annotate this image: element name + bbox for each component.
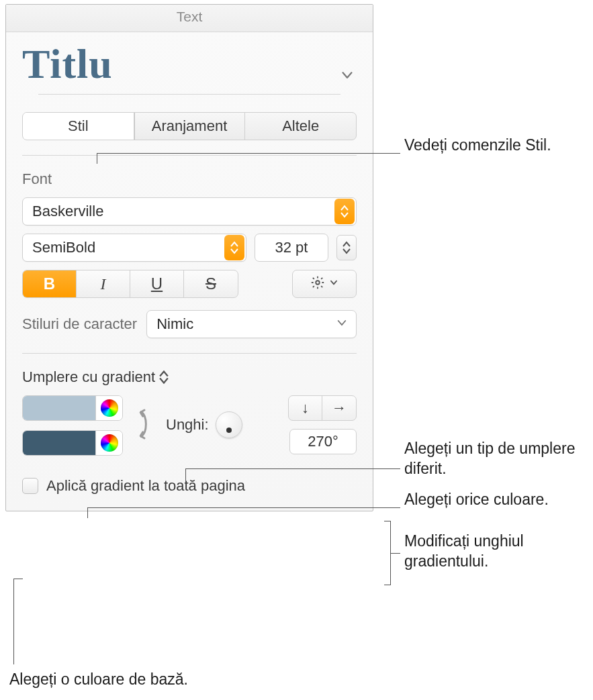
- callout-base-color: Alegeți o culoare de bază.: [9, 670, 188, 690]
- strikethrough-button[interactable]: S: [184, 270, 238, 297]
- angle-field[interactable]: 270°: [289, 429, 357, 454]
- callout-angle-a: Modificați unghiul: [404, 532, 524, 552]
- font-weight-value: SemiBold: [32, 239, 224, 256]
- font-size-field[interactable]: 32 pt: [255, 234, 328, 262]
- callout-angle-b: gradientului.: [404, 552, 488, 572]
- paragraph-style-name: Titlu: [22, 43, 113, 85]
- font-family-value: Baskerville: [32, 203, 334, 220]
- tab-altele-label: Altele: [282, 117, 319, 135]
- tab-stil[interactable]: Stil: [23, 113, 134, 140]
- gradient-color-1[interactable]: [22, 395, 123, 421]
- direction-down-button[interactable]: ↓: [289, 396, 322, 420]
- italic-button[interactable]: I: [77, 270, 130, 297]
- color-wheel-icon: [101, 399, 118, 417]
- chevron-down-icon: [329, 315, 355, 333]
- callout-any-color: Alegeți orice culoare.: [404, 490, 549, 510]
- divider: [38, 94, 340, 95]
- select-stepper-icon: [334, 199, 355, 224]
- font-section-label: Font: [22, 170, 357, 188]
- advanced-options-button[interactable]: [292, 270, 357, 298]
- character-styles-value: Nimic: [156, 315, 329, 333]
- tab-altele[interactable]: Altele: [245, 113, 356, 140]
- arrow-right-icon: →: [332, 399, 347, 417]
- font-size-value: 32 pt: [275, 239, 308, 256]
- angle-dial[interactable]: [216, 411, 242, 438]
- gradient-color-2[interactable]: [22, 430, 123, 456]
- panel-title: Text: [6, 5, 373, 32]
- font-size-stepper[interactable]: [336, 235, 357, 260]
- direction-right-button[interactable]: →: [322, 396, 356, 420]
- select-stepper-icon: [224, 235, 244, 260]
- character-styles-select[interactable]: Nimic: [146, 310, 357, 338]
- tab-aranjament-label: Aranjament: [152, 117, 228, 135]
- gradient-swatch-2: [23, 431, 95, 455]
- gradient-direction-segment: ↓ →: [288, 395, 357, 421]
- font-style-segment: B I U S: [22, 270, 238, 298]
- angle-value: 270°: [308, 433, 338, 450]
- tabs: Stil Aranjament Altele: [22, 112, 357, 140]
- text-inspector-panel: Text Titlu Stil Aranjament Altele Font B…: [5, 4, 373, 511]
- callout-fill-type-a: Alegeți un tip de umplere diferit.: [404, 439, 593, 479]
- callout-stil: Vedeți comenzile Stil.: [404, 136, 551, 156]
- bold-button[interactable]: B: [23, 270, 77, 297]
- gear-icon: [310, 275, 325, 293]
- font-family-select[interactable]: Baskerville: [22, 197, 357, 226]
- chevron-down-icon: [329, 278, 338, 290]
- arrow-down-icon: ↓: [302, 399, 309, 417]
- swap-colors-button[interactable]: [135, 408, 154, 443]
- paragraph-style-chevron-icon[interactable]: [338, 66, 357, 85]
- color-picker-button-2[interactable]: [95, 431, 122, 455]
- color-picker-button-1[interactable]: [95, 396, 122, 420]
- underline-button[interactable]: U: [130, 270, 184, 297]
- tab-aranjament[interactable]: Aranjament: [134, 113, 246, 140]
- apply-gradient-label: Aplică gradient la toată pagina: [46, 477, 245, 495]
- font-weight-select[interactable]: SemiBold: [22, 234, 246, 262]
- apply-gradient-checkbox[interactable]: [22, 478, 38, 494]
- color-wheel-icon: [101, 434, 118, 452]
- character-styles-label: Stiluri de caracter: [22, 315, 137, 333]
- gradient-swatch-1: [23, 396, 95, 420]
- fill-type-select[interactable]: [159, 370, 169, 384]
- svg-point-0: [316, 281, 320, 285]
- angle-label: Unghi:: [166, 416, 209, 434]
- fill-type-label: Umplere cu gradient: [22, 368, 155, 386]
- tab-stil-label: Stil: [68, 117, 89, 135]
